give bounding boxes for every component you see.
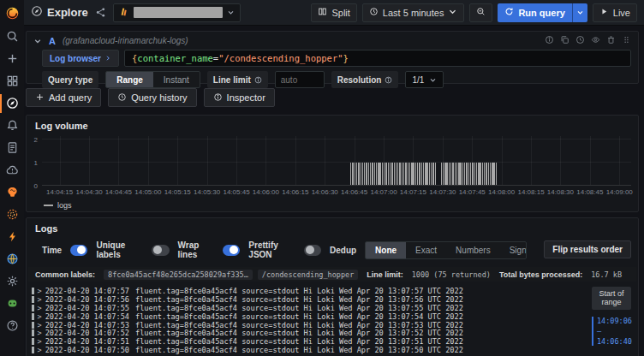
query-brace-close: } — [343, 53, 349, 63]
prettify-json-toggle[interactable] — [304, 245, 321, 256]
sidebar-item-search[interactable] — [0, 26, 24, 48]
time-toggle[interactable] — [70, 245, 87, 256]
unique-labels-toggle[interactable] — [152, 245, 169, 256]
flip-results-order-button[interactable]: Flip results order — [544, 240, 631, 258]
sidebar-item-cloud-alerts[interactable] — [0, 159, 24, 181]
copy-icon[interactable] — [560, 35, 569, 46]
query-history-button[interactable]: Query history — [108, 88, 196, 107]
wrap-lines-toggle[interactable] — [223, 245, 240, 256]
query-type-instant[interactable]: Instant — [153, 72, 200, 87]
x-gridline — [502, 136, 503, 185]
dedup-option-numbers[interactable]: Numbers — [446, 242, 500, 258]
log-volume-bar — [488, 163, 489, 186]
history-icon[interactable] — [575, 35, 585, 46]
log-nav-page[interactable]: 14:09:06 — 14:06:40 — [592, 317, 631, 346]
line-limit-input[interactable] — [275, 71, 325, 88]
sidebar-item-explore[interactable] — [0, 92, 24, 115]
x-tick-label: 14:08:30 — [547, 188, 574, 196]
log-row[interactable]: >2022-04-20 14:07:50fluent.tag=8fce0a45a… — [32, 346, 587, 354]
log-row[interactable]: >2022-04-20 14:07:53fluent.tag=8fce0a45a… — [32, 321, 587, 329]
log-row[interactable]: >2022-04-20 14:07:52fluent.tag=8fce0a45a… — [32, 329, 587, 337]
log-row[interactable]: >2022-04-20 14:07:56fluent.tag=8fce0a45a… — [32, 295, 587, 304]
sidebar-item-help[interactable] — [0, 315, 24, 337]
split-button[interactable]: Split — [311, 3, 356, 22]
legend-series-label[interactable]: logs — [57, 201, 72, 210]
run-query-button[interactable]: Run query — [498, 3, 587, 22]
sidebar-item-profile[interactable] — [0, 293, 24, 315]
y-gridline — [42, 162, 631, 163]
expand-caret-icon: > — [38, 287, 42, 295]
x-tick-label: 14:06:15 — [282, 188, 308, 196]
grafana-logo-icon[interactable] — [0, 0, 24, 26]
dedup-option-exact[interactable]: Exact — [406, 242, 446, 258]
log-volume-bar — [409, 163, 410, 186]
log-volume-bar — [456, 163, 457, 186]
log-level-bar — [32, 288, 34, 294]
sidebar-item-synthetic-monitoring[interactable] — [0, 204, 24, 226]
log-volume-bar — [435, 163, 436, 186]
resolution-select[interactable]: 1/1 — [405, 71, 444, 88]
log-volume-bar — [496, 163, 497, 186]
run-query-dropdown[interactable] — [572, 3, 587, 22]
x-tick-label: 14:07:45 — [459, 188, 486, 196]
log-row[interactable]: >2022-04-20 14:07:57fluent.tag=8fce0a45a… — [32, 287, 587, 295]
log-row[interactable]: >2022-04-20 14:07:55fluent.tag=8fce0a45a… — [32, 304, 587, 312]
history-icon — [117, 92, 127, 104]
log-volume-bar — [482, 163, 483, 186]
sidebar-item-dashboards[interactable] — [0, 70, 24, 92]
log-message: fluent.tag=8fce0a45acf4 source=stdout Hi… — [135, 346, 463, 354]
query-history-label: Query history — [131, 92, 187, 103]
nav-separator: — — [597, 327, 631, 335]
inspector-button[interactable]: Inspector — [204, 88, 275, 107]
log-volume-bar — [492, 163, 492, 186]
log-volume-bar — [355, 163, 355, 186]
datasource-picker[interactable] — [113, 3, 241, 22]
time-range-picker[interactable]: Last 5 minutes — [362, 3, 465, 22]
x-tick-label: 14:08:45 — [576, 188, 603, 196]
legend-series-swatch — [44, 205, 53, 206]
add-query-button[interactable]: Add query — [26, 88, 101, 107]
trash-icon[interactable] — [606, 35, 616, 46]
run-query-label: Run query — [518, 8, 564, 18]
globe-icon — [6, 252, 19, 267]
play-icon — [599, 7, 609, 18]
log-volume-bar — [455, 163, 456, 186]
sidebar-item-machine-learning[interactable] — [0, 181, 24, 204]
x-gridline — [89, 136, 90, 185]
drag-handle-icon[interactable] — [622, 35, 631, 46]
log-volume-bar — [443, 163, 444, 186]
datasource-hint: (grafanacloud-irinamarchuk-logs) — [63, 36, 188, 45]
bytes-processed-value: 16.7 kB — [591, 270, 622, 279]
sidebar-item-alerting[interactable] — [0, 115, 24, 137]
share-icon[interactable] — [95, 7, 106, 18]
log-row[interactable]: >2022-04-20 14:07:54fluent.tag=8fce0a45a… — [32, 312, 587, 321]
line-limit-label: Line limit — [207, 71, 268, 88]
log-browser-button[interactable]: Log browser — [42, 50, 119, 67]
log-row[interactable]: >2022-04-20 14:07:51fluent.tag=8fce0a45a… — [32, 337, 587, 346]
sidebar-item-incidents[interactable] — [0, 226, 24, 248]
x-gridline — [236, 136, 237, 185]
info-icon[interactable] — [545, 35, 554, 46]
dedup-option-none[interactable]: None — [366, 242, 406, 258]
logql-query-input[interactable]: {container_name="/condescending_hopper"} — [124, 50, 631, 67]
log-volume-bar — [388, 163, 389, 186]
dedup-option-signature[interactable]: Signature — [500, 242, 527, 258]
logs-meta-bar: Common labels: 8fce0a45acf48e265dca25802… — [28, 267, 636, 282]
zoom-out-button[interactable] — [469, 3, 492, 22]
log-volume-bar — [472, 163, 473, 186]
log-timestamp: 2022-04-20 14:07:51 — [45, 337, 129, 346]
start-of-range-button[interactable]: Start of range — [592, 287, 631, 310]
sidebar-item-configuration[interactable] — [0, 270, 24, 293]
live-button[interactable]: Live — [593, 3, 637, 22]
chart-x-axis: 14:04:1514:04:3014:04:4514:05:0014:05:15… — [42, 188, 631, 197]
sidebar-item-docs[interactable] — [0, 137, 24, 159]
eye-icon[interactable] — [591, 35, 600, 46]
log-volume-bar — [476, 163, 477, 186]
sidebar-item-web-analytics[interactable] — [0, 248, 24, 270]
sidebar-item-create[interactable] — [0, 48, 24, 70]
collapse-chevron-icon[interactable] — [33, 37, 42, 45]
info-circle-icon — [213, 92, 223, 104]
query-type-range[interactable]: Range — [106, 72, 153, 87]
x-gridline — [148, 136, 149, 185]
topbar-actions: Split Last 5 minutes Run query Live — [311, 3, 637, 22]
